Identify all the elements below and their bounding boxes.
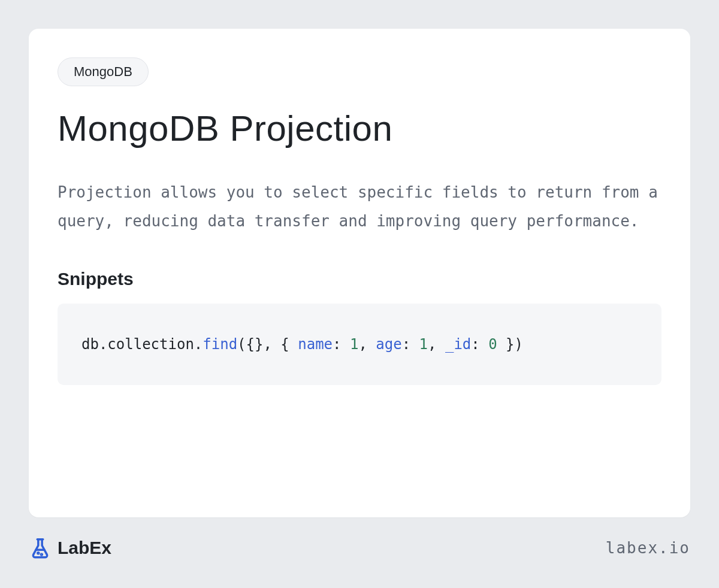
flask-icon <box>29 537 52 559</box>
code-close: }) <box>497 336 523 353</box>
code-comma: , <box>428 336 445 353</box>
code-key-name: name <box>298 336 333 353</box>
code-key-age: age <box>376 336 401 353</box>
code-val: 1 <box>350 336 358 353</box>
code-sep: : <box>333 336 350 353</box>
code-sep: : <box>471 336 488 353</box>
code-val: 1 <box>419 336 428 353</box>
brand-name: LabEx <box>58 538 111 558</box>
description-text: Projection allows you to select specific… <box>58 178 661 235</box>
brand: LabEx <box>29 537 111 559</box>
footer: LabEx labex.io <box>29 537 690 559</box>
snippets-heading: Snippets <box>58 269 661 289</box>
page-title: MongoDB Projection <box>58 108 661 149</box>
code-function: find <box>203 336 237 353</box>
svg-point-1 <box>41 554 42 555</box>
code-val: 0 <box>488 336 497 353</box>
svg-point-0 <box>38 553 39 554</box>
category-tag: MongoDB <box>58 57 149 86</box>
code-key-id: _id <box>445 336 471 353</box>
code-sep: : <box>402 336 419 353</box>
code-open: ({}, { <box>237 336 298 353</box>
content-card: MongoDB MongoDB Projection Projection al… <box>29 29 690 517</box>
code-comma: , <box>358 336 376 353</box>
code-prefix: db.collection. <box>81 336 203 353</box>
site-url: labex.io <box>606 539 690 557</box>
code-snippet: db.collection.find({}, { name: 1, age: 1… <box>58 304 661 385</box>
